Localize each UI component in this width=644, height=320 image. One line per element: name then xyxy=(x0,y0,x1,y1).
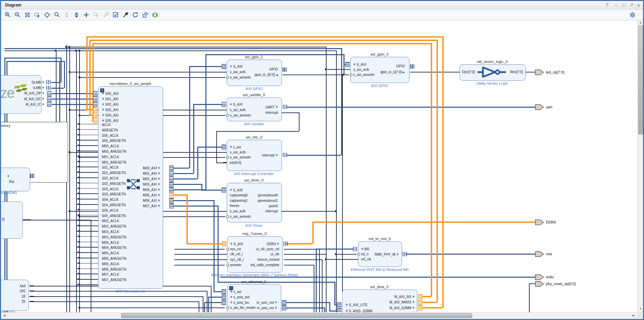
center-view-icon[interactable] xyxy=(44,12,51,18)
pin-M_AXI_SG[interactable]: M_AXI_SG + xyxy=(363,295,415,299)
pin-M00_ARESETN[interactable]: M00_ARESETN xyxy=(102,150,156,154)
interface-connector[interactable] xyxy=(222,241,226,247)
pin-generateout0[interactable]: generateout0 xyxy=(232,193,278,197)
minimize-icon[interactable]: – xyxy=(612,2,620,8)
highlighted-net[interactable] xyxy=(86,109,93,110)
bus-net[interactable] xyxy=(61,58,62,82)
bus-net[interactable] xyxy=(173,184,201,185)
pin-design-icon[interactable] xyxy=(122,12,130,18)
bus-net[interactable] xyxy=(208,297,222,298)
interface-connector[interactable] xyxy=(418,305,422,311)
bus-net[interactable] xyxy=(6,61,64,62)
pin-s_axis_txd[interactable]: + s_axis_txd xyxy=(230,295,279,299)
bus-net[interactable] xyxy=(173,189,205,190)
pin-200[interactable]: 200 xyxy=(1,289,25,293)
search-icon[interactable] xyxy=(53,12,61,18)
highlighted-net[interactable] xyxy=(86,36,88,110)
interface-connector[interactable] xyxy=(222,188,226,193)
net[interactable] xyxy=(79,77,225,78)
pin-M01_ARESETN[interactable]: M01_ARESETN xyxy=(102,161,156,165)
pin-mmcm_locked[interactable]: mmcm_locked xyxy=(234,258,279,262)
scroll-left-icon[interactable]: ◀ xyxy=(2,314,7,317)
interface-connector[interactable] xyxy=(169,187,174,192)
highlighted-net[interactable] xyxy=(442,36,444,308)
highlighted-net[interactable] xyxy=(312,221,536,223)
interface-connector[interactable] xyxy=(46,80,50,84)
pin-S01_AXI[interactable]: + S01_AXI xyxy=(102,97,156,101)
interface-connector[interactable] xyxy=(169,166,174,171)
interface-connector[interactable] xyxy=(47,97,51,102)
bus-net[interactable] xyxy=(204,302,222,303)
interface-connector[interactable] xyxy=(47,91,51,96)
interface-connector[interactable] xyxy=(93,113,97,118)
zoom-in-icon[interactable] xyxy=(4,12,12,18)
pin-rst[interactable]: Rst xyxy=(9,180,23,184)
pin-ILMB[interactable]: ILMB + xyxy=(1,86,44,90)
net[interactable] xyxy=(203,296,203,312)
net[interactable] xyxy=(207,291,207,312)
pin-DDR3[interactable]: DDR3 + xyxy=(234,242,279,246)
pin-interrupt[interactable]: interrupt xyxy=(232,209,278,213)
net[interactable] xyxy=(34,301,199,302)
vertical-scroll-thumb[interactable] xyxy=(638,25,643,134)
pin-M00_ACLK[interactable]: M00_ACLK xyxy=(102,144,156,148)
bus-net[interactable] xyxy=(173,173,193,174)
pin-S00_ARESETN[interactable]: S00_ARESETN xyxy=(102,139,156,143)
highlighted-net[interactable] xyxy=(186,243,222,244)
highlighted-net[interactable] xyxy=(431,43,432,297)
interface-connector[interactable] xyxy=(93,91,97,96)
regenerate-layout-icon[interactable] xyxy=(132,12,139,18)
maximize-icon[interactable]: □ xyxy=(620,2,628,8)
interface-connector[interactable] xyxy=(353,247,357,251)
net[interactable] xyxy=(529,283,535,284)
port-rmii[interactable] xyxy=(535,251,544,257)
pin-interrupt[interactable]: interrupt + xyxy=(232,153,278,157)
pin-S04_AXI[interactable]: + S04_AXI xyxy=(102,113,156,117)
pin-S00_ACLK[interactable]: S00_ACLK xyxy=(102,134,156,138)
bus-net[interactable] xyxy=(343,54,345,75)
pin-ARESETN[interactable]: ARESETN xyxy=(102,128,156,132)
interface-connector[interactable] xyxy=(222,295,226,300)
bus-net[interactable] xyxy=(173,168,189,169)
net[interactable] xyxy=(69,47,70,312)
pin-M05_AXI[interactable]: M05_AXI + xyxy=(103,193,160,197)
scroll-down-icon[interactable]: ▼ xyxy=(638,307,643,310)
interface-connector[interactable] xyxy=(282,300,286,305)
interface-connector[interactable] xyxy=(345,62,350,67)
pin-33[interactable]: 33 xyxy=(1,295,25,299)
net[interactable] xyxy=(326,69,350,70)
port-phy-reset[interactable] xyxy=(535,281,544,287)
pin-M07_ACLK[interactable]: M07_ACLK xyxy=(102,273,156,277)
expand-hierarchy-icon[interactable] xyxy=(73,12,81,18)
pin-S02_AXI[interactable]: + S02_AXI xyxy=(102,102,156,106)
bus-net[interactable] xyxy=(324,307,325,312)
net[interactable] xyxy=(199,301,199,312)
pin-GPIO[interactable]: GPIO xyxy=(359,64,405,68)
net[interactable] xyxy=(326,47,327,312)
pin-M05_ARESETN[interactable]: M05_ARESETN xyxy=(102,257,156,261)
interface-connector[interactable] xyxy=(93,102,97,107)
reorder-ports-icon[interactable] xyxy=(142,12,149,18)
highlighted-net[interactable] xyxy=(89,40,91,115)
interface-connector[interactable] xyxy=(282,305,286,311)
interface-connector[interactable] xyxy=(337,302,341,307)
highlighted-net[interactable] xyxy=(92,43,431,44)
net[interactable] xyxy=(4,50,336,51)
interface-connector[interactable] xyxy=(47,102,51,107)
bus-net[interactable] xyxy=(316,249,353,250)
net[interactable] xyxy=(410,72,460,72)
interface-connector[interactable] xyxy=(169,204,174,209)
pin-ked[interactable]: ked xyxy=(1,284,25,288)
pin-S03_AXI[interactable]: + S03_AXI xyxy=(102,108,156,112)
pin-M03_ARESETN[interactable]: M03_ARESETN xyxy=(102,235,156,239)
scroll-right-icon[interactable]: ▶ xyxy=(631,314,636,317)
pin-M03_ACLK[interactable]: M03_ACLK xyxy=(102,230,156,234)
port-ddr3[interactable] xyxy=(535,219,544,225)
show-interface-ports-icon[interactable] xyxy=(152,12,159,18)
pin-M01_ACLK[interactable]: M01_ACLK xyxy=(102,155,156,159)
pin-M02_ACLK[interactable]: M02_ACLK xyxy=(102,219,156,223)
bus-net[interactable] xyxy=(64,61,65,88)
bus-net[interactable] xyxy=(214,291,222,292)
interface-connector[interactable] xyxy=(169,198,174,203)
pin-generateout1[interactable]: generateout1 xyxy=(232,199,278,203)
